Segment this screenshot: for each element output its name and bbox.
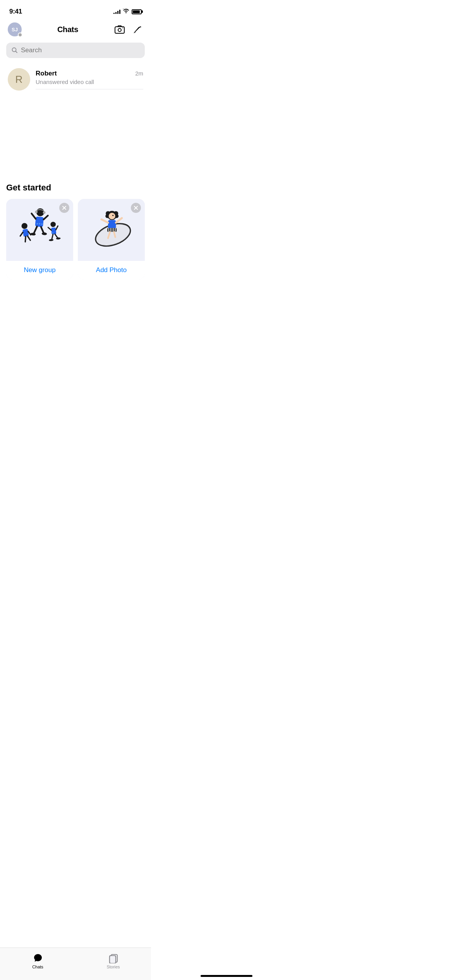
header-actions [114,24,143,35]
user-avatar[interactable]: SJ [8,22,22,36]
svg-line-20 [40,227,44,233]
header: SJ Chats [0,19,151,41]
svg-line-17 [31,214,36,219]
svg-line-8 [20,232,24,236]
svg-line-19 [34,226,37,234]
get-started-title: Get started [6,183,145,193]
svg-line-28 [51,234,53,239]
chat-header-row: Robert 2m [36,70,143,77]
status-bar: 9:41 [0,0,151,19]
chat-time: 2m [135,70,143,77]
svg-point-22 [41,232,47,235]
new-group-label: New group [24,266,55,274]
status-icons [113,9,142,15]
svg-line-51 [116,218,122,223]
camera-button[interactable] [114,24,125,35]
svg-point-41 [109,213,115,219]
svg-line-11 [27,236,30,241]
search-icon [12,47,18,53]
add-photo-dismiss-button[interactable] [131,203,141,213]
page-title: Chats [57,25,78,34]
cards-row: ★★★ [6,199,145,279]
svg-point-2 [122,27,123,28]
svg-point-30 [49,239,53,241]
add-photo-card[interactable]: Add Photo [78,199,145,279]
compose-button[interactable] [132,24,143,35]
svg-point-42 [112,215,113,216]
chat-preview: Unanswered video call [36,79,143,85]
svg-line-27 [56,226,58,230]
search-container [0,41,151,63]
svg-line-29 [55,234,58,238]
svg-point-1 [118,29,121,32]
chat-name: Robert [36,70,57,77]
chat-info-robert: Robert 2m Unanswered video call [36,70,143,89]
get-started-section: Get started [0,173,151,286]
new-group-dismiss-button[interactable] [59,203,69,213]
search-bar[interactable] [6,43,145,58]
svg-point-23 [50,221,56,227]
battery-icon [132,9,142,14]
svg-point-31 [56,237,60,240]
svg-line-10 [24,236,27,242]
chat-avatar-robert: R [8,68,30,91]
add-photo-label-wrap: Add Photo [78,261,145,279]
svg-line-18 [44,215,48,220]
svg-line-50 [101,219,108,223]
svg-rect-15 [35,216,44,227]
avatar-initials: SJ [12,27,18,33]
svg-point-6 [21,223,28,230]
new-group-card[interactable]: ★★★ [6,199,73,279]
signal-icon [113,9,120,14]
wifi-icon [123,9,129,15]
avatar-status-dot [18,33,22,37]
new-group-label-wrap: New group [6,261,73,279]
chat-item-robert[interactable]: R Robert 2m Unanswered video call [0,64,151,94]
search-input[interactable] [21,46,139,54]
svg-line-26 [48,227,51,230]
add-photo-label: Add Photo [96,266,127,274]
chat-list: R Robert 2m Unanswered video call [0,63,151,96]
status-time: 9:41 [9,8,22,15]
svg-rect-43 [108,220,116,230]
